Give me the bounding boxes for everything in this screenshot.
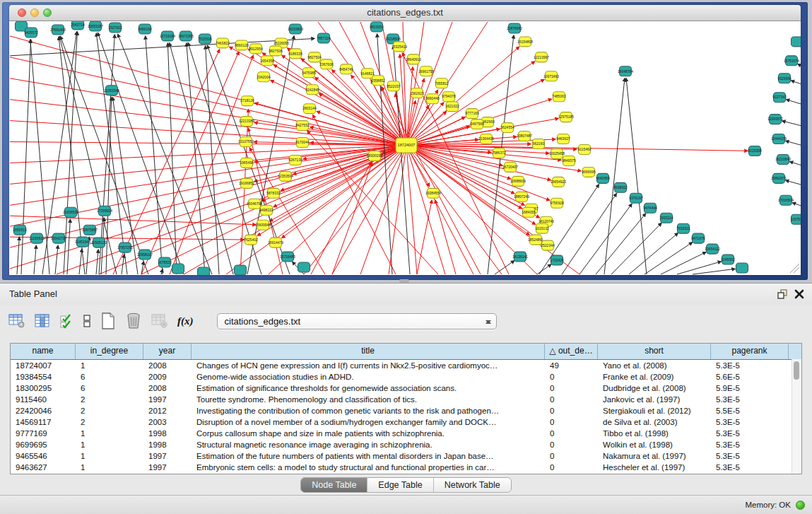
delete-table-icon[interactable]	[125, 313, 142, 329]
tab-edge-table[interactable]: Edge Table	[367, 478, 433, 492]
graph-node[interactable]: 8912954	[249, 44, 263, 54]
table-row[interactable]: 1872400712008Changes of HCN gene express…	[11, 360, 801, 371]
graph-node[interactable]: 10688609	[510, 176, 526, 186]
graph-node[interactable]: 1678533	[158, 257, 172, 267]
graph-node[interactable]: 15609948	[255, 220, 271, 230]
graph-node[interactable]: 1733426	[550, 255, 564, 265]
graph-node[interactable]: 1615132	[535, 223, 549, 233]
column-header-in_degree[interactable]: in_degree	[76, 344, 143, 359]
graph-node[interactable]: 9640959	[596, 173, 610, 183]
graph-node[interactable]: 9498222	[259, 205, 273, 215]
table-row[interactable]: 1830029562008Estimation of significance …	[11, 382, 801, 394]
graph-node[interactable]: 27691406	[50, 25, 66, 35]
graph-node[interactable]: 10719184	[160, 31, 175, 41]
graph-node[interactable]: 18300295	[367, 151, 382, 160]
graph-node[interactable]	[736, 263, 748, 273]
memory-status-indicator[interactable]	[796, 501, 805, 510]
graph-node[interactable]: 17957255	[117, 243, 133, 252]
graph-node[interactable]: 7485063	[552, 92, 566, 102]
graph-node[interactable]: 7955812	[435, 78, 449, 88]
graph-node[interactable]: 16720407	[502, 162, 518, 172]
graph-node[interactable]: 16154808	[517, 37, 533, 47]
graph-node[interactable]: 10975887	[82, 225, 98, 235]
graph-node[interactable]: 13942737	[51, 233, 66, 243]
graph-node[interactable]: 18640910	[406, 54, 421, 64]
graph-node[interactable]: 20878682	[507, 23, 522, 33]
graph-node[interactable]: 2543714	[71, 21, 85, 30]
graph-node[interactable]: 1558852	[371, 76, 385, 86]
graph-node[interactable]: 2718126	[240, 96, 254, 106]
graph-node[interactable]: 21364436	[478, 134, 494, 144]
tab-node-table[interactable]: Node Table	[301, 478, 367, 492]
graph-node[interactable]: 12505123	[91, 238, 107, 247]
graph-node[interactable]: 12975185	[558, 112, 574, 122]
graph-node[interactable]: 6497568	[470, 119, 484, 129]
graph-node[interactable]: 7515526	[198, 34, 212, 44]
graph-node[interactable]: 19654923	[551, 177, 566, 187]
graph-node[interactable]: 15751074	[784, 56, 799, 66]
graph-node[interactable]: 9990448	[425, 94, 440, 104]
graph-node[interactable]: 1527602	[108, 23, 122, 33]
graph-node[interactable]: 5267130	[288, 155, 302, 165]
table-row[interactable]: 946362711997Embryonic stem cells: a mode…	[11, 462, 801, 473]
graph-node[interactable]: 8813054	[370, 22, 384, 32]
graph-node[interactable]: 7463822	[216, 38, 230, 48]
graph-node[interactable]: 16961758	[418, 66, 434, 76]
create-table-icon[interactable]	[100, 313, 116, 329]
tab-network-table[interactable]: Network Table	[433, 478, 511, 492]
table-row[interactable]: 911546021997Tourette syndrome. Phenomeno…	[11, 394, 801, 405]
float-panel-icon[interactable]	[777, 288, 788, 300]
graph-node[interactable]: 8215958	[748, 146, 762, 156]
graph-node[interactable]: 8454749	[339, 64, 353, 74]
graph-node[interactable]: 962160	[533, 139, 545, 149]
graph-node[interactable]	[235, 265, 247, 275]
graph-node[interactable]: 10958107	[137, 250, 153, 259]
graph-node[interactable]: 12444159	[771, 134, 787, 144]
graph-node[interactable]: 8522037	[387, 81, 401, 91]
graph-node[interactable]: 9170044	[295, 138, 310, 148]
graph-node[interactable]: 10973493	[543, 71, 559, 81]
graph-node[interactable]: 20206535	[63, 207, 78, 217]
graph-node[interactable]: 1167533	[790, 214, 801, 224]
graph-node[interactable]: 2367608	[319, 59, 334, 69]
graph-node[interactable]: 19384554	[425, 188, 441, 198]
graph-node[interactable]: 9756928	[550, 198, 564, 208]
column-header-out_de[interactable]: △ out_de…	[545, 344, 598, 359]
graph-node[interactable]: 2803144	[302, 104, 317, 114]
scrollbar-thumb[interactable]	[794, 361, 799, 380]
table-row[interactable]: 969969511998Structural magnetic resonanc…	[11, 439, 801, 450]
graph-node[interactable]: 9777169	[465, 109, 479, 119]
graph-node[interactable]: 7632621	[676, 223, 690, 233]
table-row[interactable]: 2242004622012Investigating the contribut…	[11, 405, 801, 416]
graph-node[interactable]: 5878332	[266, 188, 281, 198]
graph-node[interactable]: 15716485	[280, 252, 295, 262]
graph-node[interactable]: 2933114	[659, 213, 673, 223]
graph-node[interactable]: 7986372	[492, 148, 506, 158]
graph-node[interactable]: 8186328	[288, 49, 302, 59]
graph-node[interactable]: 1650513	[13, 225, 27, 235]
graph-node[interactable]: 10653287	[88, 21, 103, 31]
graph-node[interactable]: 12353594	[278, 171, 293, 181]
graph-node[interactable]: 16648784	[618, 66, 633, 76]
graph-node[interactable]: 9242845	[305, 85, 319, 95]
column-header-name[interactable]: name	[11, 344, 76, 359]
graph-node[interactable]	[198, 267, 210, 275]
network-titlebar[interactable]: citations_edges.txt	[9, 5, 801, 21]
graph-node[interactable]: 8427552	[295, 121, 310, 131]
graph-node[interactable]: 16671355	[178, 31, 194, 41]
column-header-year[interactable]: year	[143, 344, 192, 359]
graph-node[interactable]: 6379197	[629, 193, 643, 203]
graph-node[interactable]: 9245652	[721, 255, 735, 264]
vertical-scrollbar[interactable]	[792, 359, 801, 474]
graph-node[interactable]: 9794078	[442, 92, 456, 102]
graph-node[interactable]: 3624554	[500, 123, 514, 133]
graph-node[interactable]: 1562615	[410, 88, 424, 98]
graph-node[interactable]: 12093872	[767, 115, 783, 124]
graph-node[interactable]: 12213389	[239, 117, 254, 127]
graph-node[interactable]	[792, 37, 801, 47]
graph-node[interactable]: 13107552	[238, 137, 254, 147]
graph-node[interactable]: 8466160	[138, 24, 152, 34]
graph-node[interactable]: 10025458	[549, 148, 565, 158]
graph-node[interactable]	[172, 264, 184, 274]
graph-node[interactable]: 7625402	[244, 235, 258, 245]
